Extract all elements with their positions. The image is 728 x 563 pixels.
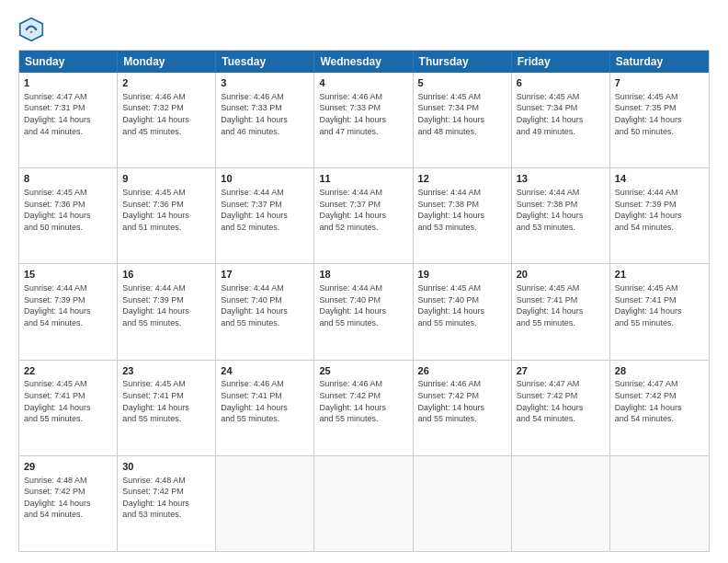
calendar-cell (314, 456, 413, 551)
cell-text-line: and 55 minutes. (615, 317, 704, 329)
cell-text-line: Sunrise: 4:44 AM (418, 187, 506, 199)
cell-text-line: Daylight: 14 hours (319, 114, 407, 126)
day-number: 1 (24, 76, 112, 90)
cell-text-line: Daylight: 14 hours (517, 402, 605, 414)
cell-text-line: and 50 minutes. (615, 126, 704, 138)
cell-text-line: Sunset: 7:36 PM (24, 199, 112, 211)
day-number: 29 (24, 460, 112, 474)
calendar-cell: 8Sunrise: 4:45 AMSunset: 7:36 PMDaylight… (19, 168, 118, 263)
cell-text-line: Sunset: 7:38 PM (517, 199, 605, 211)
cell-text-line: and 51 minutes. (122, 222, 210, 234)
cell-text-line: and 53 minutes. (122, 509, 210, 521)
calendar-cell: 3Sunrise: 4:46 AMSunset: 7:33 PMDaylight… (216, 73, 314, 167)
cell-text-line: Sunset: 7:38 PM (418, 199, 506, 211)
cell-text-line: and 55 minutes. (418, 413, 506, 425)
cell-text-line: and 48 minutes. (418, 126, 506, 138)
cell-text-line: Sunrise: 4:45 AM (122, 378, 210, 390)
cell-text-line: and 55 minutes. (418, 317, 506, 329)
calendar-cell: 16Sunrise: 4:44 AMSunset: 7:39 PMDayligh… (118, 264, 216, 359)
day-number: 15 (24, 268, 112, 282)
cell-text-line: Daylight: 14 hours (122, 498, 210, 510)
cell-text-line: Daylight: 14 hours (24, 305, 112, 317)
cell-text-line: Sunset: 7:34 PM (517, 102, 605, 114)
cell-text-line: Daylight: 14 hours (122, 114, 210, 126)
cell-text-line: and 52 minutes. (221, 222, 309, 234)
day-number: 8 (24, 172, 112, 186)
cell-text-line: Sunrise: 4:44 AM (319, 282, 407, 294)
cell-text-line: Sunrise: 4:46 AM (418, 378, 506, 390)
cell-text-line: Daylight: 14 hours (418, 210, 506, 222)
cell-text-line: and 55 minutes. (122, 413, 210, 425)
cell-text-line: Sunset: 7:37 PM (319, 199, 407, 211)
calendar-cell: 25Sunrise: 4:46 AMSunset: 7:42 PMDayligh… (314, 361, 413, 455)
calendar-cell: 20Sunrise: 4:45 AMSunset: 7:41 PMDayligh… (512, 264, 610, 359)
cell-text-line: Sunrise: 4:45 AM (24, 378, 112, 390)
cell-text-line: Daylight: 14 hours (615, 210, 704, 222)
cell-text-line: and 55 minutes. (517, 317, 605, 329)
cell-text-line: Daylight: 14 hours (615, 402, 704, 414)
day-number: 16 (122, 268, 210, 282)
day-number: 19 (418, 268, 506, 282)
cell-text-line: Daylight: 14 hours (122, 305, 210, 317)
cell-text-line: and 55 minutes. (122, 317, 210, 329)
day-number: 20 (517, 268, 605, 282)
calendar-cell (512, 456, 610, 551)
cell-text-line: Sunrise: 4:44 AM (221, 187, 309, 199)
day-number: 24 (221, 364, 309, 378)
cell-text-line: Daylight: 14 hours (319, 305, 407, 317)
day-number: 25 (319, 364, 407, 378)
cell-text-line: Sunrise: 4:45 AM (615, 91, 704, 103)
calendar-cell: 18Sunrise: 4:44 AMSunset: 7:40 PMDayligh… (314, 264, 413, 359)
calendar: SundayMondayTuesdayWednesdayThursdayFrid… (18, 50, 710, 552)
cell-text-line: and 53 minutes. (418, 222, 506, 234)
cell-text-line: Daylight: 14 hours (221, 114, 309, 126)
cell-text-line: Daylight: 14 hours (24, 114, 112, 126)
cell-text-line: and 54 minutes. (517, 413, 605, 425)
cell-text-line: Sunrise: 4:44 AM (517, 187, 605, 199)
logo-icon (18, 17, 44, 42)
cell-text-line: Sunset: 7:40 PM (319, 294, 407, 306)
cell-text-line: Sunrise: 4:47 AM (517, 378, 605, 390)
calendar-cell: 17Sunrise: 4:44 AMSunset: 7:40 PMDayligh… (216, 264, 314, 359)
calendar-cell: 1Sunrise: 4:47 AMSunset: 7:31 PMDaylight… (19, 73, 118, 167)
calendar-cell: 26Sunrise: 4:46 AMSunset: 7:42 PMDayligh… (414, 361, 512, 455)
cell-text-line: and 55 minutes. (319, 413, 407, 425)
day-number: 23 (122, 364, 210, 378)
cell-text-line: Sunrise: 4:46 AM (221, 91, 309, 103)
day-number: 7 (615, 76, 704, 90)
cell-text-line: Sunrise: 4:45 AM (24, 187, 112, 199)
day-number: 27 (517, 364, 605, 378)
cell-text-line: Sunrise: 4:47 AM (615, 378, 704, 390)
calendar-row: 15Sunrise: 4:44 AMSunset: 7:39 PMDayligh… (19, 263, 709, 359)
cell-text-line: Sunrise: 4:45 AM (517, 91, 605, 103)
day-number: 5 (418, 76, 506, 90)
cell-text-line: Daylight: 14 hours (122, 402, 210, 414)
cell-text-line: Sunset: 7:42 PM (517, 390, 605, 402)
cell-text-line: Daylight: 14 hours (24, 210, 112, 222)
cell-text-line: and 55 minutes. (221, 413, 309, 425)
day-number: 9 (122, 172, 210, 186)
cell-text-line: Daylight: 14 hours (122, 210, 210, 222)
calendar-header-cell: Friday (512, 51, 610, 73)
cell-text-line: Sunset: 7:42 PM (319, 390, 407, 402)
calendar-cell: 9Sunrise: 4:45 AMSunset: 7:36 PMDaylight… (118, 168, 216, 263)
cell-text-line: Sunrise: 4:46 AM (319, 378, 407, 390)
cell-text-line: Sunrise: 4:46 AM (221, 378, 309, 390)
cell-text-line: Daylight: 14 hours (319, 402, 407, 414)
cell-text-line: Sunset: 7:39 PM (24, 294, 112, 306)
cell-text-line: Sunset: 7:41 PM (615, 294, 704, 306)
day-number: 18 (319, 268, 407, 282)
header (18, 17, 710, 42)
cell-text-line: Sunset: 7:41 PM (517, 294, 605, 306)
calendar-cell: 7Sunrise: 4:45 AMSunset: 7:35 PMDaylight… (610, 73, 709, 167)
calendar-row: 22Sunrise: 4:45 AMSunset: 7:41 PMDayligh… (19, 360, 709, 455)
cell-text-line: Sunrise: 4:45 AM (418, 282, 506, 294)
cell-text-line: Sunset: 7:42 PM (24, 486, 112, 498)
day-number: 13 (517, 172, 605, 186)
calendar-cell: 19Sunrise: 4:45 AMSunset: 7:40 PMDayligh… (414, 264, 512, 359)
calendar-cell: 5Sunrise: 4:45 AMSunset: 7:34 PMDaylight… (414, 73, 512, 167)
cell-text-line: Sunrise: 4:46 AM (319, 91, 407, 103)
calendar-cell: 27Sunrise: 4:47 AMSunset: 7:42 PMDayligh… (512, 361, 610, 455)
cell-text-line: Daylight: 14 hours (615, 305, 704, 317)
svg-marker-0 (22, 20, 41, 40)
